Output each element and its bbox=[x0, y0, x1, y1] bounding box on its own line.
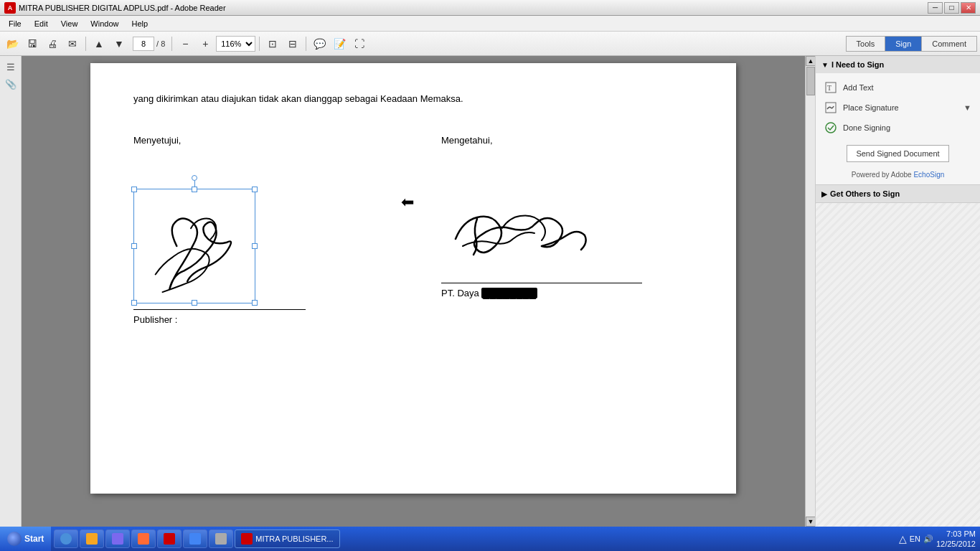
zoom-select[interactable]: 116% bbox=[216, 36, 255, 52]
zoom-out-button[interactable]: − bbox=[176, 34, 194, 53]
handle-bc[interactable] bbox=[192, 300, 197, 306]
firefox-icon bbox=[138, 533, 149, 545]
taskbar-time: 7:03 PM bbox=[936, 529, 976, 539]
right-sig-label: PT. Daya ████████ bbox=[441, 288, 693, 298]
taskbar-ico-item[interactable] bbox=[209, 529, 233, 548]
taskbar-pdf-item[interactable]: MITRA PUBLISHER... bbox=[235, 529, 339, 548]
save-button[interactable]: 🖫 bbox=[23, 34, 42, 53]
taskbar-opera-item[interactable] bbox=[157, 529, 182, 548]
right-sig-col: Mengetahui, PT. Daya ████████ bbox=[441, 135, 693, 325]
add-text-icon: T bbox=[824, 81, 837, 94]
close-button[interactable]: ✕ bbox=[961, 2, 976, 14]
left-sig-label: Publisher : bbox=[133, 314, 385, 325]
done-signing-icon bbox=[824, 121, 837, 134]
email-button[interactable]: ✉ bbox=[63, 34, 82, 53]
done-icon-svg bbox=[825, 122, 837, 133]
place-signature-icon bbox=[824, 101, 837, 114]
i-need-to-sign-section: ▼ I Need to Sign T Add Text bbox=[816, 56, 980, 185]
sidebar-attach-icon[interactable]: 📎 bbox=[3, 76, 19, 92]
scroll-down-button[interactable]: ▼ bbox=[806, 517, 816, 527]
sig-box-selected[interactable] bbox=[133, 189, 255, 303]
right-signature-svg bbox=[441, 189, 599, 275]
add-text-label: Add Text bbox=[843, 83, 874, 92]
place-signature-item[interactable]: Place Signature ▼ bbox=[821, 98, 974, 118]
menu-file[interactable]: File bbox=[3, 18, 27, 29]
title-bar: A MITRA PUBLISHER DIGITAL ADPLUS.pdf - A… bbox=[0, 0, 980, 16]
tab-comment[interactable]: Comment bbox=[922, 37, 976, 51]
fullscreen-button[interactable]: ⛶ bbox=[350, 34, 369, 53]
handle-bl[interactable] bbox=[131, 300, 137, 306]
send-signed-document-button[interactable]: Send Signed Document bbox=[847, 145, 948, 162]
text-tool-icon-svg: T bbox=[825, 82, 837, 93]
done-signing-item[interactable]: Done Signing bbox=[821, 118, 974, 138]
add-text-item[interactable]: T Add Text bbox=[821, 77, 974, 98]
taskbar-items: MITRA PUBLISHER... bbox=[51, 529, 894, 548]
handle-tr[interactable] bbox=[252, 187, 258, 192]
comment-button[interactable]: 💬 bbox=[310, 34, 329, 53]
scroll-up-button[interactable]: ▲ bbox=[806, 56, 816, 66]
menu-help[interactable]: Help bbox=[126, 18, 154, 29]
rotate-handle[interactable] bbox=[192, 175, 197, 181]
menu-window[interactable]: Window bbox=[85, 18, 124, 29]
handle-mr[interactable] bbox=[252, 243, 258, 249]
right-panel: ▼ I Need to Sign T Add Text bbox=[815, 56, 980, 527]
sidebar-hand-icon[interactable]: ☰ bbox=[3, 59, 19, 75]
right-sig-area bbox=[441, 189, 693, 277]
get-others-to-sign-header[interactable]: ▶ Get Others to Sign bbox=[816, 185, 980, 202]
start-label: Start bbox=[24, 534, 44, 544]
taskbar-firefox-item[interactable] bbox=[131, 529, 156, 548]
markup-button[interactable]: 📝 bbox=[330, 34, 349, 53]
taskbar-explorer-item[interactable] bbox=[80, 529, 104, 548]
left-sig-line bbox=[133, 309, 306, 310]
page-input-area: / 8 bbox=[133, 37, 165, 51]
start-orb-icon bbox=[7, 532, 22, 546]
chrome-icon bbox=[189, 533, 201, 545]
sig-box-wrapper: ⬅ bbox=[133, 189, 385, 303]
fit-page-button[interactable]: ⊡ bbox=[263, 34, 282, 53]
handle-br[interactable] bbox=[252, 300, 258, 306]
fit-width-button[interactable]: ⊟ bbox=[283, 34, 302, 53]
signature-icon-svg bbox=[825, 102, 837, 113]
separator4 bbox=[306, 37, 306, 51]
open-button[interactable]: 📂 bbox=[3, 34, 22, 53]
pdf-area[interactable]: yang dikirimkan atau diajukan tidak akan… bbox=[22, 56, 805, 527]
svg-point-3 bbox=[826, 123, 836, 133]
signature-section: Menyetujui, bbox=[133, 135, 693, 325]
tab-tools[interactable]: Tools bbox=[847, 37, 886, 51]
page-total: / 8 bbox=[156, 39, 165, 48]
handle-tc[interactable] bbox=[192, 187, 197, 192]
scroll-thumb[interactable] bbox=[806, 67, 815, 95]
pdf-page: yang dikirimkan atau diajukan tidak akan… bbox=[90, 63, 736, 494]
media-icon bbox=[112, 533, 123, 545]
page-number-input[interactable] bbox=[133, 37, 154, 51]
scroll-track[interactable] bbox=[806, 66, 815, 517]
app-icon: A bbox=[4, 2, 16, 14]
print-button[interactable]: 🖨 bbox=[43, 34, 62, 53]
i-need-to-sign-content: T Add Text Place Signature ▼ bbox=[816, 73, 980, 184]
handle-tl[interactable] bbox=[131, 187, 137, 192]
i-need-to-sign-header[interactable]: ▼ I Need to Sign bbox=[816, 56, 980, 73]
place-sig-dropdown-icon[interactable]: ▼ bbox=[963, 103, 971, 112]
left-sig-col: Menyetujui, bbox=[133, 135, 385, 325]
taskbar-browser-item[interactable] bbox=[54, 529, 78, 548]
svg-text:T: T bbox=[827, 84, 831, 92]
zoom-in-button[interactable]: + bbox=[196, 34, 215, 53]
taskbar-right: △ EN 🔊 7:03 PM 12/25/2012 bbox=[895, 529, 980, 550]
main-area: ☰ 📎 yang dikirimkan atau diajukan tidak … bbox=[0, 56, 980, 527]
echosign-link[interactable]: EchoSign bbox=[913, 171, 944, 179]
prev-page-button[interactable]: ▲ bbox=[90, 34, 108, 53]
taskbar-media-item[interactable] bbox=[105, 529, 130, 548]
handle-ml[interactable] bbox=[131, 243, 137, 249]
tab-sign[interactable]: Sign bbox=[885, 37, 922, 51]
taskbar-chrome-item[interactable] bbox=[183, 529, 207, 548]
next-page-button[interactable]: ▼ bbox=[110, 34, 128, 53]
menu-edit[interactable]: Edit bbox=[29, 18, 54, 29]
pdf-scrollbar[interactable]: ▲ ▼ bbox=[805, 56, 815, 527]
menu-view[interactable]: View bbox=[55, 18, 84, 29]
minimize-button[interactable]: ─ bbox=[928, 2, 943, 14]
window-controls: ─ □ ✕ bbox=[928, 2, 976, 14]
toolbar: 📂 🖫 🖨 ✉ ▲ ▼ / 8 − + 116% ⊡ ⊟ 💬 📝 ⛶ Tools… bbox=[0, 32, 980, 56]
separator2 bbox=[171, 37, 172, 51]
maximize-button[interactable]: □ bbox=[944, 2, 959, 14]
start-button[interactable]: Start bbox=[0, 527, 51, 551]
